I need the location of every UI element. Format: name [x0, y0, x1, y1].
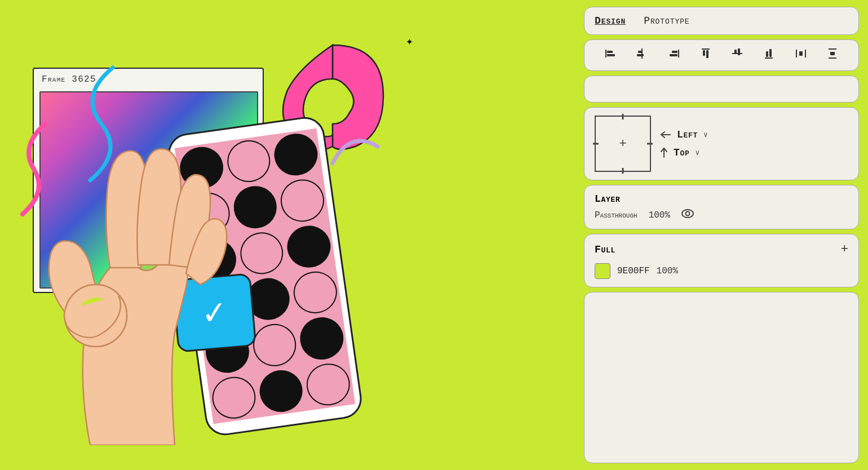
- svg-rect-17: [738, 48, 740, 55]
- fill-opacity-input[interactable]: 100%: [657, 266, 678, 276]
- handle-top: [622, 114, 624, 119]
- svg-rect-19: [766, 51, 768, 57]
- visibility-toggle[interactable]: [681, 209, 694, 221]
- svg-rect-15: [732, 53, 742, 54]
- svg-rect-9: [678, 50, 679, 57]
- top-arrow-icon: [660, 147, 668, 158]
- right-panel: Design Prototype: [575, 0, 868, 470]
- svg-rect-20: [769, 49, 772, 57]
- layer-row: Passthrough 100%: [595, 209, 848, 221]
- transform-left-label[interactable]: Left: [677, 129, 698, 140]
- svg-rect-11: [670, 54, 677, 56]
- tab-card: Design Prototype: [584, 7, 859, 35]
- handle-left: [593, 143, 599, 145]
- svg-point-28: [686, 212, 690, 216]
- transform-controls: Left ∨ Top ∨: [660, 129, 708, 158]
- svg-rect-18: [765, 57, 773, 59]
- star-1: ✦: [406, 34, 413, 49]
- align-center-h-icon[interactable]: [731, 47, 743, 64]
- fill-card: Full + 9E00FF 100%: [584, 234, 859, 287]
- transform-top-dropdown[interactable]: ∨: [696, 148, 700, 157]
- svg-point-27: [682, 210, 693, 218]
- spacing-card: [584, 76, 859, 103]
- handle-right: [647, 143, 653, 145]
- svg-rect-25: [829, 57, 836, 59]
- handle-center: +: [619, 137, 626, 151]
- left-arrow-icon: [660, 131, 671, 139]
- svg-rect-23: [799, 51, 803, 56]
- teal-squiggle: [327, 124, 383, 172]
- transform-left-dropdown[interactable]: ∨: [703, 130, 708, 139]
- align-right-icon[interactable]: [668, 47, 680, 64]
- fill-hex-value[interactable]: 9E00FF: [617, 266, 650, 276]
- align-left-icon[interactable]: [604, 47, 617, 64]
- alignment-card: [584, 39, 859, 71]
- svg-rect-13: [703, 50, 705, 56]
- blend-mode-selector[interactable]: Passthrough: [595, 210, 637, 220]
- tab-prototype[interactable]: Prototype: [644, 15, 689, 26]
- layer-card: Layer Passthrough 100%: [584, 185, 859, 229]
- svg-rect-14: [706, 50, 708, 58]
- svg-rect-16: [734, 50, 737, 54]
- fill-color-swatch[interactable]: [595, 263, 610, 279]
- svg-rect-10: [672, 51, 677, 53]
- hand-illustration: [0, 51, 271, 445]
- svg-rect-24: [829, 48, 836, 50]
- fill-title: Full: [595, 244, 615, 255]
- svg-rect-12: [702, 48, 710, 50]
- canvas-area: ✦ ✦ Frame 3625: [0, 0, 575, 470]
- fill-header: Full +: [595, 242, 848, 256]
- tab-design[interactable]: Design: [595, 15, 626, 26]
- layer-title: Layer: [595, 193, 848, 205]
- svg-rect-21: [796, 50, 797, 57]
- svg-rect-22: [805, 50, 806, 57]
- svg-rect-5: [607, 54, 615, 56]
- transform-top-row: Top ∨: [660, 147, 708, 158]
- bottom-card: [584, 292, 859, 463]
- transform-left-row: Left ∨: [660, 129, 708, 140]
- align-top-icon[interactable]: [699, 47, 712, 64]
- svg-rect-6: [641, 48, 643, 59]
- svg-rect-8: [637, 54, 644, 56]
- distribute-v-icon[interactable]: [826, 47, 839, 64]
- svg-rect-7: [638, 51, 643, 53]
- transform-box: +: [595, 116, 651, 172]
- transform-top-label[interactable]: Top: [674, 147, 690, 158]
- svg-rect-4: [607, 51, 613, 53]
- handle-bottom: [622, 168, 624, 174]
- add-fill-button[interactable]: +: [841, 242, 848, 256]
- svg-rect-26: [830, 52, 835, 55]
- layer-opacity-input[interactable]: 100%: [649, 210, 670, 220]
- svg-rect-3: [605, 50, 606, 57]
- distribute-h-icon[interactable]: [795, 47, 807, 64]
- align-center-v-icon[interactable]: [636, 47, 648, 64]
- fill-row: 9E00FF 100%: [595, 263, 848, 279]
- align-bottom-icon[interactable]: [763, 47, 775, 64]
- transform-card: + Left ∨ Top ∨: [584, 107, 859, 180]
